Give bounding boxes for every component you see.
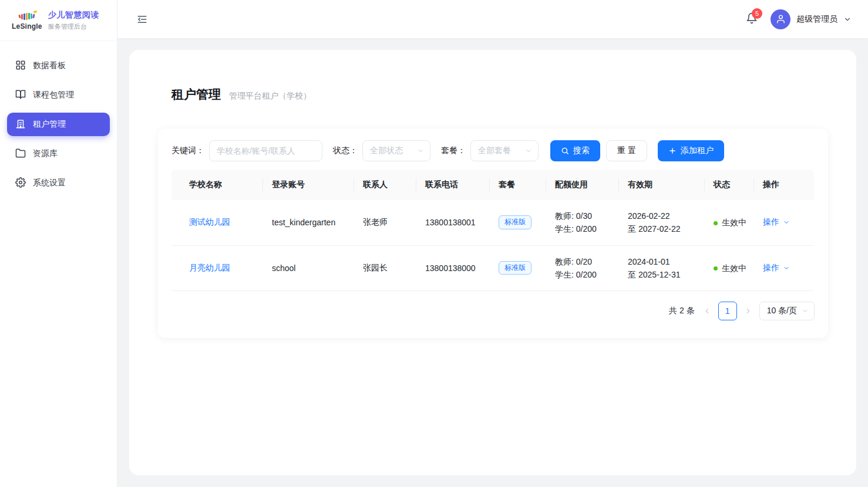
validity-cell: 2026-02-22 至 2027-02-22 xyxy=(618,200,704,245)
status-badge: 生效中 xyxy=(722,218,746,227)
actions-cell: 操作 xyxy=(753,200,814,245)
sidebar-item-label: 课程包管理 xyxy=(33,90,74,100)
column-header-actions: 操作 xyxy=(753,170,814,200)
page-head: 租户管理 管理平台租户（学校） xyxy=(171,86,828,103)
user-name: 超级管理员 xyxy=(796,14,837,25)
user-icon xyxy=(776,14,786,24)
brand-subtitle: 服务管理后台 xyxy=(48,22,99,31)
menu-fold-icon[interactable] xyxy=(137,14,147,25)
page-number-button[interactable]: 1 xyxy=(718,302,737,320)
keyword-label: 关键词： xyxy=(171,146,204,156)
tenant-panel: 关键词： 状态： 全部状态 套餐： 全部套餐 xyxy=(158,128,828,338)
chevron-down-icon xyxy=(783,219,790,226)
chevron-down-icon xyxy=(802,307,809,314)
sidebar-item-tenants[interactable]: 租户管理 xyxy=(7,113,110,136)
quota-student: 学生: 0/200 xyxy=(555,222,618,235)
brand-logo: LeSingle xyxy=(12,11,42,30)
brand-text: 少儿智慧阅读 服务管理后台 xyxy=(48,10,99,31)
row-actions-dropdown[interactable]: 操作 xyxy=(763,263,814,273)
column-header-validity: 有效期 xyxy=(618,170,704,200)
quota-cell: 教师: 0/30 学生: 0/200 xyxy=(546,200,618,245)
package-select[interactable]: 全部套餐 xyxy=(470,140,539,161)
column-header-contact: 联系人 xyxy=(354,170,416,200)
actions-cell: 操作 xyxy=(753,245,814,290)
quota-teacher: 教师: 0/30 xyxy=(555,209,618,222)
row-actions-label: 操作 xyxy=(763,217,779,228)
reset-button[interactable]: 重 置 xyxy=(606,140,647,161)
sidebar: LeSingle 少儿智慧阅读 服务管理后台 数据看板 课程包管理 租户管理 xyxy=(0,0,117,487)
sidebar-menu: 数据看板 课程包管理 租户管理 资源库 系统设置 xyxy=(0,41,117,208)
search-button[interactable]: 搜索 xyxy=(550,140,600,161)
gear-icon xyxy=(15,177,26,190)
column-header-status: 状态 xyxy=(704,170,753,200)
school-name-link[interactable]: 测试幼儿园 xyxy=(189,217,230,226)
brand-title: 少儿智慧阅读 xyxy=(48,10,99,21)
add-tenant-button[interactable]: 添加租户 xyxy=(658,140,724,161)
chevron-down-icon xyxy=(525,147,532,154)
status-dot xyxy=(714,221,718,225)
prev-page-button[interactable] xyxy=(703,307,711,315)
pagination: 共 2 条 1 10 条/页 xyxy=(171,302,815,320)
row-actions-label: 操作 xyxy=(763,263,779,273)
tenant-table: 学校名称 登录账号 联系人 联系电话 套餐 配额使用 有效期 状态 操作 xyxy=(171,170,814,291)
status-select-value: 全部状态 xyxy=(370,146,403,156)
notifications-button[interactable]: 5 xyxy=(746,12,758,26)
status-badge: 生效中 xyxy=(722,263,746,273)
dashboard-icon xyxy=(15,60,26,72)
sidebar-item-label: 数据看板 xyxy=(33,60,66,71)
column-header-school: 学校名称 xyxy=(171,170,263,200)
chevron-down-icon xyxy=(843,15,852,23)
sidebar-item-course-packages[interactable]: 课程包管理 xyxy=(7,83,110,107)
building-icon xyxy=(15,119,26,131)
valid-from: 2026-02-22 xyxy=(628,209,704,222)
status-dot xyxy=(714,266,718,270)
column-header-phone: 联系电话 xyxy=(416,170,489,200)
keyword-input[interactable] xyxy=(209,140,322,161)
sidebar-item-resources[interactable]: 资源库 xyxy=(7,142,110,165)
filter-bar: 关键词： 状态： 全部状态 套餐： 全部套餐 xyxy=(171,140,815,161)
avatar xyxy=(771,9,790,29)
status-cell: 生效中 xyxy=(704,245,753,290)
status-select[interactable]: 全部状态 xyxy=(362,140,430,161)
contact-cell: 张老师 xyxy=(354,200,416,245)
package-label: 套餐： xyxy=(441,146,466,156)
valid-to: 至 2027-02-22 xyxy=(628,222,704,235)
plus-icon xyxy=(668,147,677,155)
next-page-button[interactable] xyxy=(744,307,752,315)
school-name-link[interactable]: 月亮幼儿园 xyxy=(189,263,230,272)
valid-to: 至 2025-12-31 xyxy=(628,268,704,281)
column-header-package: 套餐 xyxy=(489,170,546,200)
sidebar-item-settings[interactable]: 系统设置 xyxy=(7,171,110,195)
main-column: 5 超级管理员 租户管理 管理平台租户（学校） xyxy=(117,0,868,487)
column-header-account: 登录账号 xyxy=(263,170,354,200)
package-select-value: 全部套餐 xyxy=(478,146,511,156)
status-cell: 生效中 xyxy=(704,200,753,245)
brand-name: LeSingle xyxy=(12,23,42,30)
account-cell: school xyxy=(263,245,354,290)
quota-student: 学生: 0/200 xyxy=(555,268,618,281)
search-icon xyxy=(561,147,569,155)
topbar-right: 5 超级管理员 xyxy=(746,9,852,29)
folder-icon xyxy=(15,148,26,160)
chevron-down-icon xyxy=(783,265,790,272)
contact-cell: 张园长 xyxy=(354,245,416,290)
column-header-quota: 配额使用 xyxy=(546,170,618,200)
chevron-down-icon xyxy=(417,147,424,154)
package-badge: 标准版 xyxy=(499,215,531,229)
page-size-select[interactable]: 10 条/页 xyxy=(759,302,815,320)
user-menu[interactable]: 超级管理员 xyxy=(771,9,852,29)
topbar: 5 超级管理员 xyxy=(117,0,868,39)
app-root: LeSingle 少儿智慧阅读 服务管理后台 数据看板 课程包管理 租户管理 xyxy=(0,0,868,487)
table-row: 测试幼儿园 test_kindergarten 张老师 13800138001 … xyxy=(171,200,814,245)
book-icon xyxy=(15,89,26,102)
sidebar-item-dashboard[interactable]: 数据看板 xyxy=(7,54,110,77)
package-badge: 标准版 xyxy=(499,261,531,275)
page-card: 租户管理 管理平台租户（学校） 关键词： 状态： 全部状态 xyxy=(129,50,856,475)
row-actions-dropdown[interactable]: 操作 xyxy=(763,217,814,228)
phone-cell: 13800138001 xyxy=(416,200,489,245)
reset-button-label: 重 置 xyxy=(617,146,636,156)
sidebar-item-label: 租户管理 xyxy=(33,119,66,130)
quota-teacher: 教师: 0/20 xyxy=(555,255,618,268)
quota-cell: 教师: 0/20 学生: 0/200 xyxy=(546,245,618,290)
account-cell: test_kindergarten xyxy=(263,200,354,245)
